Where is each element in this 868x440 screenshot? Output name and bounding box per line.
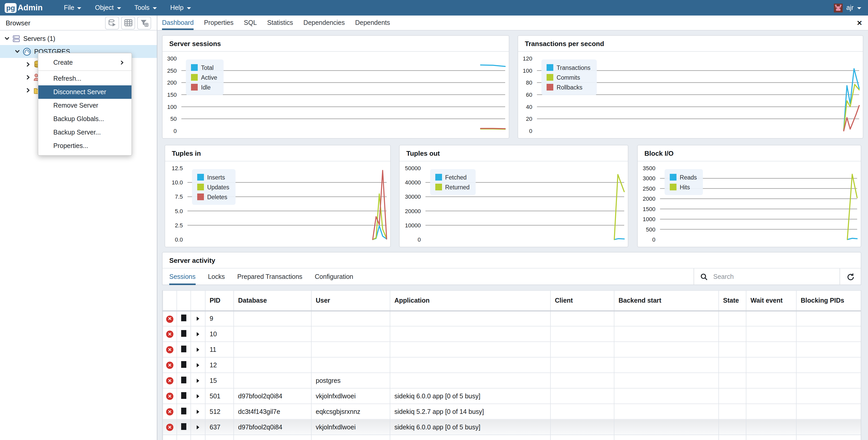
cancel-query-button[interactable] xyxy=(181,392,186,399)
expand-row-icon[interactable] xyxy=(197,317,199,321)
table-row[interactable]: ✕12 xyxy=(163,357,861,373)
chart-legend: InsertsUpdatesDeletes xyxy=(192,169,236,205)
legend-entry-inserts: Inserts xyxy=(197,174,229,181)
server-context-menu: CreateRefresh...Disconnect ServerRemove … xyxy=(38,53,132,156)
menu-help[interactable]: Help xyxy=(170,4,191,11)
terminate-session-button[interactable]: ✕ xyxy=(166,424,174,431)
tab-dashboard[interactable]: Dashboard xyxy=(162,15,193,30)
terminate-session-button[interactable]: ✕ xyxy=(166,377,174,385)
expand-row-icon[interactable] xyxy=(197,363,199,367)
query-tool-button[interactable] xyxy=(105,16,119,29)
tab-dependencies[interactable]: Dependencies xyxy=(303,15,345,30)
activity-tab-prepared-transactions[interactable]: Prepared Transactions xyxy=(237,269,303,285)
legend-label: Rollbacks xyxy=(557,84,583,90)
chevron-down-icon[interactable] xyxy=(4,36,10,41)
context-menu-item-refresh[interactable]: Refresh... xyxy=(38,72,131,85)
chevron-right-icon[interactable] xyxy=(25,62,31,67)
terminate-session-button[interactable]: ✕ xyxy=(166,346,174,354)
cell-state xyxy=(719,419,746,435)
chevron-down-icon xyxy=(857,7,861,9)
context-menu-item-create[interactable]: Create xyxy=(38,56,131,69)
tab-sql[interactable]: SQL xyxy=(244,15,257,30)
table-row[interactable]: ✕501d97bfool2q0i84vkjolnfxdlwoeisidekiq … xyxy=(163,388,861,404)
table-row[interactable]: ✕11 xyxy=(163,342,861,357)
cell-terminate: ✕ xyxy=(163,388,177,404)
terminate-session-button[interactable]: ✕ xyxy=(166,315,174,322)
tree-item-servers-1[interactable]: Servers (1) xyxy=(0,32,157,45)
browser-panel-title: Browser xyxy=(6,19,105,27)
expand-row-icon[interactable] xyxy=(197,394,199,398)
close-icon[interactable]: ✕ xyxy=(857,19,862,27)
context-menu-item-backup-server[interactable]: Backup Server... xyxy=(38,126,131,139)
menu-file[interactable]: File xyxy=(64,4,82,11)
legend-label: Hits xyxy=(680,184,690,190)
context-menu-item-disconnect-server[interactable]: Disconnect Server xyxy=(38,85,131,99)
activity-tab-configuration[interactable]: Configuration xyxy=(315,269,353,285)
filtered-rows-button[interactable] xyxy=(137,16,151,29)
menu-object[interactable]: Object xyxy=(95,4,121,11)
cell-backend_start xyxy=(614,311,719,326)
cell-expand xyxy=(191,404,205,419)
user-menu[interactable]: ajr xyxy=(834,3,868,12)
table-row[interactable]: ✕10 xyxy=(163,326,861,342)
cell-client xyxy=(551,373,614,388)
cancel-query-button[interactable] xyxy=(181,407,186,414)
table-row[interactable]: ✕512dc3t4f143gil7eeqkcsgbjsrxnnzsidekiq … xyxy=(163,404,861,419)
tab-properties[interactable]: Properties xyxy=(204,15,234,30)
chevron-down-icon[interactable] xyxy=(14,49,20,54)
legend-entry-fetched: Fetched xyxy=(435,174,470,181)
tab-dependents[interactable]: Dependents xyxy=(355,15,390,30)
table-row[interactable]: ✕15postgres xyxy=(163,373,861,388)
expand-row-icon[interactable] xyxy=(197,347,199,351)
menu-tools[interactable]: Tools xyxy=(134,4,157,11)
cell-pid: 9 xyxy=(205,311,234,326)
menu-label: Help xyxy=(170,4,184,11)
cancel-query-button[interactable] xyxy=(181,345,186,352)
cell-application xyxy=(390,373,551,388)
menu-label: Object xyxy=(95,4,114,11)
context-menu-item-backup-globals[interactable]: Backup Globals... xyxy=(38,112,131,126)
cancel-query-button[interactable] xyxy=(181,423,186,430)
column-header-client: Client xyxy=(551,290,614,311)
legend-label: Deletes xyxy=(207,194,227,200)
legend-swatch xyxy=(670,174,677,181)
terminate-session-button[interactable]: ✕ xyxy=(166,408,174,416)
terminate-session-button[interactable]: ✕ xyxy=(166,362,174,369)
svg-text:500: 500 xyxy=(646,226,655,233)
sessions-table-wrap: PIDDatabaseUserApplicationClientBackend … xyxy=(162,290,861,440)
activity-tab-sessions[interactable]: Sessions xyxy=(169,269,195,285)
cell-terminate: ✕ xyxy=(163,326,177,342)
chart-card-tuples-in: Tuples in0.02.55.07.510.012.5InsertsUpda… xyxy=(164,145,391,247)
cancel-query-button[interactable] xyxy=(181,361,186,368)
context-menu-item-properties[interactable]: Properties... xyxy=(38,139,131,153)
cell-blocking_pids xyxy=(796,373,861,388)
pgadmin-logo[interactable]: pg Admin xyxy=(5,3,43,13)
cell-cancel xyxy=(177,357,191,373)
cancel-query-button[interactable] xyxy=(181,330,186,337)
svg-text:2000: 2000 xyxy=(643,195,655,202)
menu-bar: FileObjectToolsHelp xyxy=(57,4,197,11)
refresh-icon[interactable] xyxy=(840,269,861,285)
expand-row-icon[interactable] xyxy=(197,332,199,336)
table-row[interactable]: ✕637d97bfool2q0i84vkjolnfxdlwoeisidekiq … xyxy=(163,419,861,435)
column-header-state: State xyxy=(719,290,746,311)
cell-pid: 512 xyxy=(205,404,234,419)
search-input[interactable] xyxy=(712,273,813,281)
cell-expand xyxy=(191,388,205,404)
cancel-query-button[interactable] xyxy=(181,376,186,383)
expand-row-icon[interactable] xyxy=(197,409,199,414)
terminate-session-button[interactable]: ✕ xyxy=(166,393,174,400)
chevron-right-icon[interactable] xyxy=(25,74,31,80)
activity-tab-locks[interactable]: Locks xyxy=(208,269,225,285)
svg-text:0.0: 0.0 xyxy=(175,237,183,243)
context-menu-item-remove-server[interactable]: Remove Server xyxy=(38,99,131,112)
server-activity-title: Server activity xyxy=(162,252,861,269)
expand-row-icon[interactable] xyxy=(197,378,199,383)
view-data-button[interactable] xyxy=(121,16,135,29)
expand-row-icon[interactable] xyxy=(197,425,199,429)
tab-statistics[interactable]: Statistics xyxy=(267,15,293,30)
table-row[interactable]: ✕9 xyxy=(163,311,861,326)
cancel-query-button[interactable] xyxy=(181,315,186,321)
terminate-session-button[interactable]: ✕ xyxy=(166,331,174,338)
chevron-right-icon[interactable] xyxy=(25,88,31,93)
